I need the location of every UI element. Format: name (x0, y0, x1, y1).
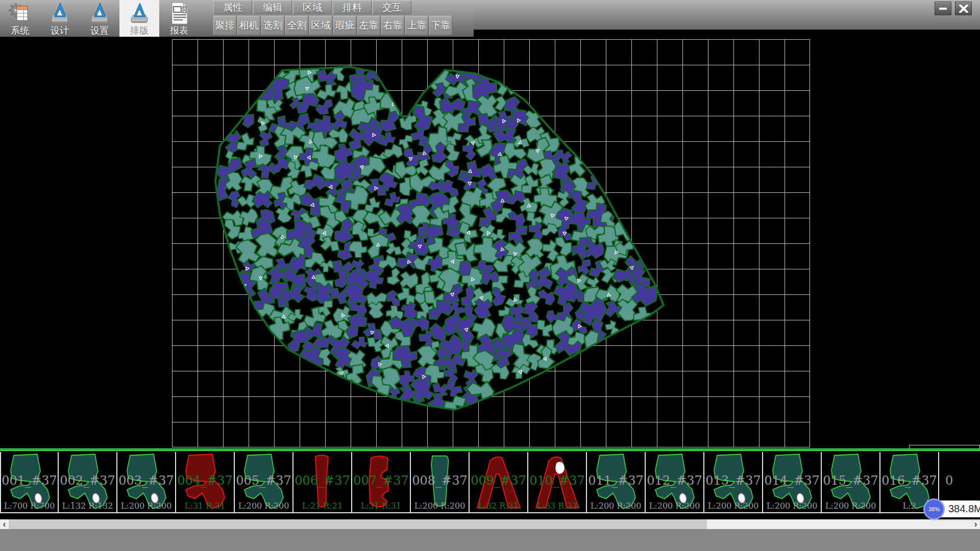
piece-thumbnail-009[interactable]: 009_#37 L:32 R:31 (470, 452, 528, 512)
menu-row-1: 属性编辑区域排料交互 (213, 1, 453, 14)
menu-region[interactable]: 区域 (293, 1, 332, 14)
piece-lr-count: L:200 R:200 (646, 501, 703, 511)
btn-select-cut[interactable]: 选割 (261, 16, 284, 35)
piece-lr-count: L:31 R:31 (352, 501, 410, 511)
piece-thumbnail-010[interactable]: 010_#37 L:33 R:33 (528, 452, 587, 512)
tab-nesting[interactable]: 排版 (119, 0, 159, 37)
piece-lr-count: L:200 R:200 (763, 501, 821, 511)
menu-edit[interactable]: 编辑 (253, 1, 292, 14)
tab-settings[interactable]: 设置 (80, 0, 119, 37)
nesting-ruler-icon (128, 2, 151, 25)
menu-nesting[interactable]: 排料 (333, 1, 372, 14)
piece-lr-count: L:200 R:200 (704, 501, 762, 511)
piece-lr-count: L:21 R:21 (293, 501, 351, 511)
piece-name: 012_#37 (646, 473, 703, 488)
btn-snap-bottom[interactable]: 下靠 (429, 16, 452, 35)
tab-system[interactable]: 系统 (0, 0, 40, 37)
leather-hide-canvas[interactable] (172, 39, 810, 447)
piece-thumbnail-008[interactable]: 008_#37 L:200 R:200 (411, 452, 470, 512)
piece-name: 0 (939, 473, 980, 488)
piece-lr-count: L:200 R:200 (822, 501, 879, 511)
piece-name: 016_#37 (880, 473, 938, 488)
piece-name: 004_#37 (176, 473, 234, 488)
window-controls (935, 2, 972, 15)
piece-name: 007_#37 (352, 473, 410, 488)
menu-area: 属性编辑区域排料交互 聚排相机选割全割区域瑕疵左靠右靠上靠下靠 (213, 1, 453, 35)
piece-thumbnail-002[interactable]: 002_#37 L:132 R:132 (59, 452, 117, 512)
piece-name: 011_#37 (587, 473, 645, 488)
piece-lr-count: L:33 R:33 (528, 501, 586, 511)
close-icon (959, 5, 968, 13)
piece-thumbnail-strip: 001_#37 L:700 R:700 002_#37 L:132 R:132 … (0, 452, 980, 513)
btn-snap-left[interactable]: 左靠 (357, 16, 380, 35)
scroll-left-arrow[interactable]: ‹ (0, 519, 9, 529)
piece-thumbnail-012[interactable]: 012_#37 L:200 R:200 (646, 452, 704, 512)
scroll-right-arrow[interactable]: › (971, 519, 980, 529)
piece-name: 015_#37 (822, 473, 879, 488)
btn-snap-right[interactable]: 右靠 (381, 16, 404, 35)
piece-thumbnail-005[interactable]: 005_#37 L:200 R:200 (235, 452, 293, 512)
piece-name: 008_#37 (411, 473, 469, 488)
btn-cut-all[interactable]: 全割 (285, 16, 308, 35)
piece-name: 005_#37 (235, 473, 292, 488)
piece-lr-count: L:200 R:200 (411, 501, 469, 511)
piece-thumbnail-003[interactable]: 003_#37 L:200 R:200 (117, 452, 176, 512)
minimize-icon (939, 8, 947, 10)
application-window: 系统 设计 设置 排版 报表 属性编辑区域排料交互 (0, 0, 980, 551)
status-bar (0, 529, 980, 551)
system-icon (8, 2, 32, 25)
piece-name: 003_#37 (117, 473, 175, 488)
piece-lr-count: L:200 R:200 (587, 501, 645, 511)
piece-name: 006_#37 (293, 473, 351, 488)
tab-report[interactable]: 报表 (159, 0, 199, 37)
scrollbar-thumb[interactable] (9, 519, 707, 529)
piece-name: 001_#37 (1, 473, 58, 488)
piece-lr-count: L:700 R:700 (1, 501, 58, 511)
progress-circle: 38% (923, 498, 945, 520)
piece-lr-count: L:132 R:132 (59, 501, 116, 511)
tab-label: 设计 (51, 26, 69, 36)
tab-label: 系统 (11, 26, 29, 36)
btn-camera[interactable]: 相机 (237, 16, 260, 35)
main-tab-bar: 系统 设计 设置 排版 报表 (0, 0, 199, 37)
tab-design[interactable]: 设计 (40, 0, 80, 37)
piece-lr-count: L:200 R:200 (235, 501, 292, 511)
piece-thumbnail-011[interactable]: 011_#37 L:200 R:200 (587, 452, 646, 512)
piece-thumbnail-001[interactable]: 001_#37 L:700 R:700 (0, 452, 59, 512)
design-ruler-icon (48, 2, 71, 25)
btn-cluster-nest[interactable]: 聚排 (213, 16, 236, 35)
piece-lr-count: L:31 R:31 (176, 501, 234, 511)
piece-thumbnail-007[interactable]: 007_#37 L:31 R:31 (352, 452, 411, 512)
tab-label: 设置 (90, 26, 109, 36)
minimize-button[interactable] (935, 2, 951, 15)
piece-thumbnail-004[interactable]: 004_#37 L:31 R:31 (176, 452, 235, 512)
close-button[interactable] (955, 2, 972, 15)
piece-thumbnail-014[interactable]: 014_#37 L:200 R:200 (763, 452, 822, 512)
piece-name: 002_#37 (59, 473, 116, 488)
piece-thumbnail-006[interactable]: 006_#37 L:21 R:21 (293, 452, 352, 512)
piece-lr-count: L:32 R:31 (470, 501, 527, 511)
piece-name: 014_#37 (763, 473, 821, 488)
btn-region[interactable]: 区域 (309, 16, 332, 35)
settings-ruler-icon (88, 2, 111, 25)
menu-properties[interactable]: 属性 (213, 1, 252, 14)
menu-row-2: 聚排相机选割全割区域瑕疵左靠右靠上靠下靠 (213, 16, 453, 35)
piece-name: 013_#37 (704, 473, 762, 488)
tab-label: 报表 (170, 26, 188, 36)
strip-separator-line (0, 448, 980, 451)
piece-thumbnail-013[interactable]: 013_#37 L:200 R:200 (704, 452, 763, 512)
btn-defect[interactable]: 瑕疵 (333, 16, 356, 35)
report-icon (167, 2, 191, 25)
tab-label: 排版 (130, 26, 149, 36)
btn-snap-top[interactable]: 上靠 (405, 16, 428, 35)
piece-name: 009_#37 (470, 473, 527, 488)
piece-lr-count: L:200 R:200 (117, 501, 175, 511)
horizontal-scrollbar[interactable]: ‹ › (0, 519, 980, 529)
menu-interact[interactable]: 交互 (373, 1, 411, 14)
piece-thumbnail-015[interactable]: 015_#37 L:200 R:200 (822, 452, 880, 512)
piece-name: 010_#37 (528, 473, 586, 488)
